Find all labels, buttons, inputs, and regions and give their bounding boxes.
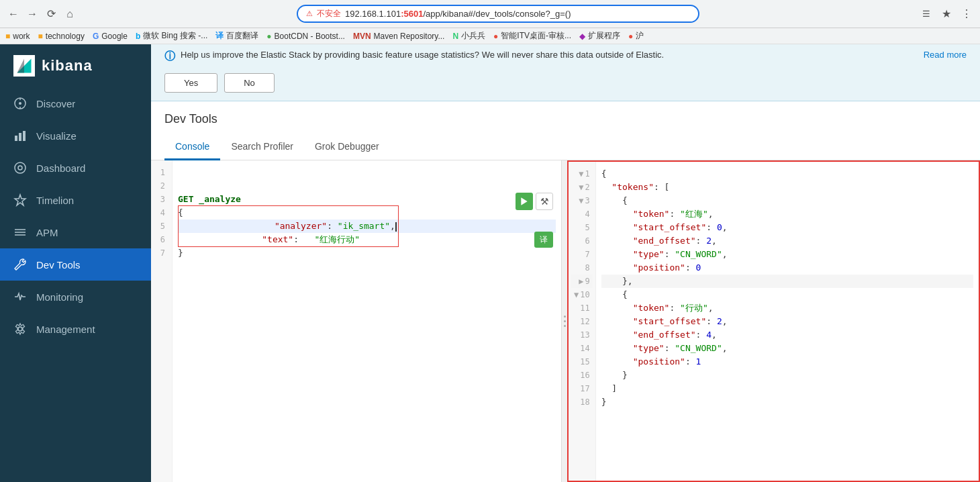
devtools-header: Dev Tools (151, 101, 980, 134)
reload-button[interactable]: ⟳ (43, 6, 59, 22)
bookmark-bing[interactable]: b 微软 Bing 搜索 -... (136, 30, 207, 42)
out-line-3: { (601, 194, 973, 207)
apm-icon (13, 226, 27, 239)
out-line-16: } (601, 369, 973, 382)
svg-point-10 (18, 166, 22, 170)
out-line-num-9: ▶9 (571, 275, 593, 288)
url-insecure-label: 不安全 (317, 8, 341, 19)
line-num-7: 7 (154, 246, 169, 260)
devtools-tabs: Console Search Profiler Grok Debugger (151, 134, 980, 160)
out-line-num-11: 11 (571, 301, 593, 315)
sidebar-label-apm: APM (36, 227, 58, 238)
code-method: GET _analyze (178, 193, 241, 206)
bookmark-maven[interactable]: MVN Maven Repository... (353, 32, 445, 41)
sidebar-item-discover[interactable]: Discover (0, 87, 151, 119)
page-title: Dev Tools (164, 112, 967, 126)
svg-point-3 (19, 102, 21, 105)
url-host: 192.168.1.101 (345, 9, 401, 19)
out-line-4: "token": "红海", (601, 207, 973, 221)
svg-marker-15 (521, 197, 527, 205)
banner-action-buttons: Yes No (164, 73, 967, 93)
line-num-6: 6 (154, 233, 169, 246)
address-bar[interactable]: ⚠ 不安全 192.168.1.101:5601/app/kibana#/dev… (297, 5, 699, 23)
sidebar-label-visualize: Visualize (36, 130, 77, 142)
out-line-12: "start_offset": 2, (601, 315, 973, 328)
bookmark-technology[interactable]: ■ technology (38, 32, 85, 41)
kibana-logo-svg (15, 56, 34, 75)
out-line-num-1: ▼1 (571, 167, 593, 181)
editor-code-area[interactable]: GET _analyze ⚒ { (173, 160, 561, 482)
out-line-num-5: 5 (571, 221, 593, 234)
sidebar-item-visualize[interactable]: Visualize (0, 119, 151, 152)
back-button[interactable]: ← (5, 6, 21, 22)
url-display: 192.168.1.101:5601/app/kibana#/dev_tools… (345, 9, 571, 19)
tab-console[interactable]: Console (164, 134, 220, 160)
sidebar-nav: Discover Visualize Dashboard Timelion (0, 87, 151, 482)
sidebar-item-devtools[interactable]: Dev Tools (0, 248, 151, 281)
out-line-num-12: 12 (571, 315, 593, 328)
tab-search-profiler[interactable]: Search Profiler (220, 134, 304, 160)
info-icon: ⓘ (164, 50, 175, 64)
bookmark-work[interactable]: ■ work (5, 32, 30, 41)
extensions-button[interactable]: ☰ (918, 6, 934, 22)
sidebar-item-timelion[interactable]: Timelion (0, 184, 151, 216)
menu-button[interactable]: ⋮ (959, 6, 975, 22)
bookmark-baidu-translate[interactable]: 译 百度翻译 (215, 30, 258, 42)
out-line-num-10: ▼10 (571, 288, 593, 301)
bookmark-extensions[interactable]: ◆ 扩展程序 (579, 30, 620, 42)
out-line-num-6: 6 (571, 234, 593, 248)
browser-toolbar-right: ☰ ★ ⋮ (918, 6, 975, 22)
sidebar-label-dashboard: Dashboard (36, 162, 85, 174)
home-button[interactable]: ⌂ (62, 6, 78, 22)
sidebar-item-management[interactable]: Management (0, 313, 151, 345)
svg-rect-6 (15, 136, 17, 141)
out-line-num-15: 15 (571, 355, 593, 369)
sidebar-label-monitoring: Monitoring (36, 291, 83, 303)
bookmark-hu[interactable]: ● 沪 (628, 30, 644, 42)
line-num-2: 2 (154, 179, 169, 193)
sidebar-label-management: Management (36, 324, 95, 335)
editor-line-7: } (178, 246, 556, 260)
out-line-18: } (601, 395, 973, 409)
editor-line-3: GET _analyze ⚒ (178, 193, 556, 206)
out-line-1: { (601, 167, 973, 181)
banner-no-button[interactable]: No (224, 73, 275, 93)
line-num-4: 4 (154, 206, 169, 220)
banner-yes-button[interactable]: Yes (164, 73, 217, 93)
output-panel: ▼1 ▼2 ▼3 4 5 6 7 8 ▶9 ▼10 11 12 13 14 15 (567, 160, 980, 482)
bookmark-google[interactable]: G Google (93, 32, 128, 41)
sidebar-label-devtools: Dev Tools (36, 259, 81, 271)
bookmark-itv[interactable]: ● 智能ITV桌面-审核... (493, 30, 571, 42)
lock-icon: ⚠ (306, 9, 313, 18)
browser-chrome: ← → ⟳ ⌂ ⚠ 不安全 192.168.1.101:5601/app/kib… (0, 0, 980, 28)
bookmark-xiaobing[interactable]: N 小兵兵 (452, 30, 485, 42)
out-line-num-4: 4 (571, 207, 593, 221)
dashboard-icon (13, 161, 27, 175)
heartbeat-icon (13, 290, 27, 303)
translate-badge[interactable]: 译 (534, 232, 553, 248)
out-line-num-18: 18 (571, 395, 593, 409)
out-line-num-17: 17 (571, 382, 593, 395)
sidebar-item-dashboard[interactable]: Dashboard (0, 152, 151, 184)
forward-button[interactable]: → (24, 6, 40, 22)
banner-read-more-link[interactable]: Read more (924, 50, 967, 60)
out-line-8: "position": 0 (601, 261, 973, 275)
output-line-numbers: ▼1 ▼2 ▼3 4 5 6 7 8 ▶9 ▼10 11 12 13 14 15 (569, 162, 596, 481)
tab-grok-debugger[interactable]: Grok Debugger (304, 134, 390, 160)
out-line-13: "end_offset": 4, (601, 328, 973, 342)
sidebar-item-apm[interactable]: APM (0, 216, 151, 248)
svg-marker-1 (17, 59, 25, 73)
divider-dot-1 (564, 316, 566, 318)
sidebar-logo: kibana (0, 44, 151, 87)
sidebar-item-monitoring[interactable]: Monitoring (0, 281, 151, 313)
panel-divider[interactable] (562, 160, 567, 482)
out-line-num-7: 7 (571, 248, 593, 261)
out-line-num-14: 14 (571, 342, 593, 355)
bookmark-button[interactable]: ★ (938, 6, 954, 22)
out-line-10: { (601, 288, 973, 301)
editor-line-numbers: 1 2 3 4 5 6 7 (151, 160, 173, 482)
kibana-logo-icon (13, 55, 35, 77)
bookmark-bootcdn[interactable]: ● BootCDN - Bootst... (266, 32, 345, 41)
out-line-5: "start_offset": 0, (601, 221, 973, 234)
url-path: /app/kibana#/dev_tools/console?_g=() (423, 9, 571, 19)
